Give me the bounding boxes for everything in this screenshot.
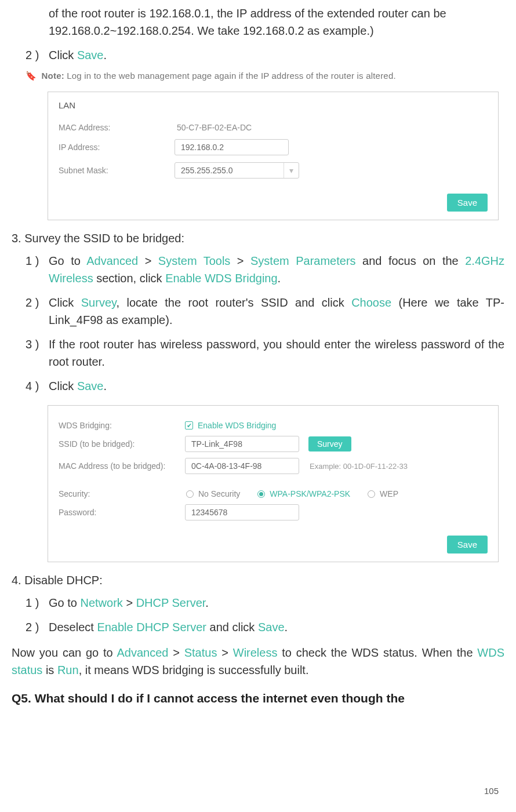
step-number: 2 ) bbox=[26, 46, 49, 64]
ui-term: System Parameters bbox=[250, 254, 356, 267]
ui-term: Survey bbox=[81, 296, 117, 309]
closing-paragraph: Now you can go to Advanced > Status > Wi… bbox=[12, 644, 504, 679]
radio-icon bbox=[257, 490, 265, 498]
step-body: Click Save. bbox=[49, 377, 504, 395]
ui-term: DHCP Server bbox=[136, 596, 206, 609]
select-value: 255.255.255.0 bbox=[175, 163, 284, 178]
text: , locate the root router's SSID and clic… bbox=[117, 296, 352, 309]
text: > bbox=[138, 254, 158, 267]
step-body: Click Save. bbox=[49, 46, 504, 64]
ssid-input[interactable] bbox=[185, 436, 299, 452]
ui-term: Run bbox=[57, 664, 79, 676]
ui-term: Wireless bbox=[233, 646, 278, 659]
checkbox-icon: ✔ bbox=[185, 421, 193, 429]
text: and click bbox=[206, 621, 258, 633]
security-wep[interactable]: WEP bbox=[368, 489, 398, 498]
survey-button[interactable]: Survey bbox=[308, 436, 351, 451]
text: Click bbox=[49, 49, 77, 61]
mac-bridge-input[interactable] bbox=[185, 458, 299, 474]
ui-term: System Tools bbox=[158, 254, 231, 267]
step-body: Go to Advanced > System Tools > System P… bbox=[49, 252, 504, 287]
s3-step-2: 2 ) Click Survey, locate the root router… bbox=[26, 294, 504, 329]
password-label: Password: bbox=[59, 508, 185, 517]
text: , it means WDS bridging is successfully … bbox=[79, 664, 309, 676]
ip-address-input[interactable] bbox=[175, 139, 289, 155]
text: > bbox=[123, 596, 136, 609]
mac-label: MAC Address: bbox=[59, 123, 175, 132]
wds-save-button[interactable]: Save bbox=[447, 536, 488, 554]
page-number: 105 bbox=[484, 786, 499, 796]
note-line: 🔖 Note: Log in to the web management pag… bbox=[26, 71, 504, 81]
s4-step-1: 1 ) Go to Network > DHCP Server. bbox=[26, 594, 504, 611]
step-number: 1 ) bbox=[26, 252, 49, 287]
enable-wds-checkbox[interactable]: ✔ Enable WDS Bridging bbox=[185, 421, 276, 430]
text: . bbox=[103, 49, 107, 61]
step-body: Go to Network > DHCP Server. bbox=[49, 594, 504, 611]
ui-term: Choose bbox=[351, 296, 391, 309]
text: and focus on the bbox=[356, 254, 466, 267]
text: Click bbox=[49, 296, 81, 309]
s3-step-4: 4 ) Click Save. bbox=[26, 377, 504, 395]
text: . bbox=[103, 380, 107, 392]
ui-term: Advanced bbox=[86, 254, 138, 267]
s3-step-1: 1 ) Go to Advanced > System Tools > Syst… bbox=[26, 252, 504, 287]
wds-bridging-panel: WDS Bridging: ✔ Enable WDS Bridging SSID… bbox=[48, 405, 499, 562]
text: . bbox=[278, 272, 281, 285]
text: > bbox=[230, 254, 250, 267]
step-body: Deselect Enable DHCP Server and click Sa… bbox=[49, 618, 504, 636]
security-no-security[interactable]: No Security bbox=[186, 489, 240, 498]
step-number: 1 ) bbox=[26, 594, 49, 611]
radio-label: WPA-PSK/WPA2-PSK bbox=[270, 489, 350, 498]
ui-term: Status bbox=[184, 646, 217, 659]
section-4-heading: 4. Disable DHCP: bbox=[12, 574, 504, 587]
ui-term: Save bbox=[258, 621, 285, 633]
text: is bbox=[42, 664, 57, 676]
security-radio-group: No Security WPA-PSK/WPA2-PSK WEP bbox=[186, 489, 398, 498]
radio-label: No Security bbox=[198, 489, 240, 498]
note-text: Log in to the web management page again … bbox=[64, 71, 396, 81]
q5-heading: Q5. What should I do if I cannot access … bbox=[12, 691, 504, 705]
step-2-top: 2 ) Click Save. bbox=[26, 46, 504, 64]
panel-title: LAN bbox=[59, 98, 488, 116]
text: to check the WDS status. When the bbox=[277, 646, 477, 659]
text: Click bbox=[49, 380, 77, 392]
mac-bridge-label: MAC Address (to be bridged): bbox=[59, 461, 185, 471]
lan-settings-panel: LAN MAC Address: 50-C7-BF-02-EA-DC IP Ad… bbox=[48, 92, 499, 220]
step-number: 3 ) bbox=[26, 336, 49, 370]
ip-label: IP Address: bbox=[59, 143, 175, 152]
ui-term: Enable DHCP Server bbox=[97, 621, 206, 633]
s3-step-3: 3 ) If the root router has wireless pass… bbox=[26, 336, 504, 370]
security-wpa[interactable]: WPA-PSK/WPA2-PSK bbox=[257, 489, 350, 498]
text: Now you can go to bbox=[12, 646, 117, 659]
step-number: 2 ) bbox=[26, 618, 49, 636]
ssid-label: SSID (to be bridged): bbox=[59, 439, 185, 449]
text: . bbox=[205, 596, 209, 609]
step-number: 2 ) bbox=[26, 294, 49, 329]
step-body: If the root router has wireless password… bbox=[49, 336, 504, 370]
text: > bbox=[217, 646, 232, 659]
subnet-mask-select[interactable]: 255.255.255.0 ▾ bbox=[175, 162, 299, 179]
radio-icon bbox=[186, 490, 194, 498]
mac-value: 50-C7-BF-02-EA-DC bbox=[175, 123, 252, 132]
text: Deselect bbox=[49, 621, 97, 633]
lan-save-button[interactable]: Save bbox=[447, 194, 488, 212]
section-3-heading: 3. Survey the SSID to be bridged: bbox=[12, 232, 504, 245]
ui-term: Network bbox=[80, 596, 122, 609]
subnet-label: Subnet Mask: bbox=[59, 166, 175, 175]
password-input[interactable] bbox=[185, 504, 299, 520]
text: section, click bbox=[93, 272, 165, 285]
radio-label: WEP bbox=[380, 489, 398, 498]
text: . bbox=[285, 621, 288, 633]
step-body: Click Survey, locate the root router's S… bbox=[49, 294, 504, 329]
text: Go to bbox=[49, 596, 80, 609]
flag-icon: 🔖 bbox=[26, 71, 37, 81]
wds-bridging-label: WDS Bridging: bbox=[59, 421, 185, 430]
radio-icon bbox=[368, 490, 375, 498]
security-label: Security: bbox=[59, 489, 185, 498]
mac-example: Example: 00-1D-0F-11-22-33 bbox=[310, 462, 408, 471]
text: Go to bbox=[49, 254, 86, 267]
note-label: Note: bbox=[42, 71, 64, 81]
text: > bbox=[168, 646, 184, 659]
continued-paragraph: of the root router is 192.168.0.1, the I… bbox=[49, 0, 504, 39]
chevron-down-icon: ▾ bbox=[284, 163, 299, 178]
